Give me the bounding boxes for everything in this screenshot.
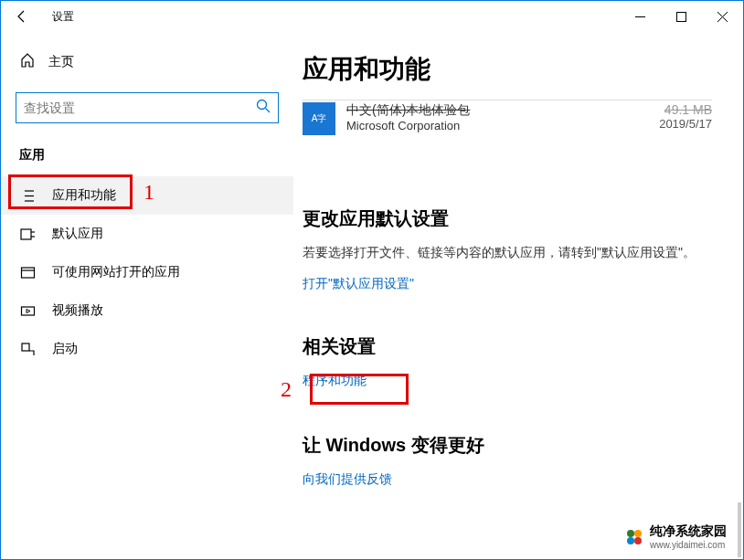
svg-rect-12 (21, 229, 31, 239)
sidebar-item-label: 默认应用 (52, 226, 103, 242)
window-title: 设置 (52, 9, 74, 25)
scrollbar[interactable] (738, 502, 741, 557)
sidebar-item-website-apps[interactable]: 可使用网站打开的应用 (1, 253, 293, 291)
home-label: 主页 (48, 54, 74, 70)
change-defaults-section: 更改应用默认设置 若要选择打开文件、链接等内容的默认应用，请转到"默认应用设置"… (303, 206, 712, 292)
list-icon (19, 188, 36, 204)
app-list-item[interactable]: A字 中文(简体)本地体验包 Microsoft Corporation 49.… (303, 100, 712, 135)
sidebar-item-label: 应用和功能 (52, 187, 116, 204)
sidebar: 主页 应用 应用和功能 默认应用 可使用网站打开的应用 (1, 32, 293, 559)
search-input[interactable] (24, 100, 256, 115)
search-box[interactable] (16, 92, 279, 123)
svg-point-21 (627, 537, 634, 544)
app-icon: A字 (303, 102, 335, 135)
brand-url: www.yidaimei.com (650, 540, 727, 550)
sidebar-item-default-apps[interactable]: 默认应用 (1, 215, 293, 253)
website-icon (19, 265, 36, 280)
svg-rect-1 (677, 12, 686, 21)
close-button[interactable] (702, 3, 743, 30)
feedback-section: 让 Windows 变得更好 向我们提供反馈 (303, 433, 712, 488)
section-heading: 相关设置 (303, 334, 712, 359)
back-button[interactable] (8, 3, 36, 30)
home-icon (19, 52, 36, 72)
titlebar: 设置 (1, 1, 743, 32)
svg-rect-18 (22, 343, 29, 351)
settings-window: 设置 主页 应用 应用和功能 (0, 0, 744, 560)
sidebar-item-video[interactable]: 视频播放 (1, 291, 293, 330)
app-name: 中文(简体)本地体验包 (346, 102, 648, 119)
brand-logo-icon (624, 527, 644, 547)
section-description: 若要选择打开文件、链接等内容的默认应用，请转到"默认应用设置"。 (303, 242, 712, 262)
search-icon (256, 99, 271, 117)
home-nav[interactable]: 主页 (1, 45, 293, 79)
sidebar-item-label: 启动 (52, 341, 78, 357)
sidebar-section-label: 应用 (1, 142, 293, 176)
main-content: 应用和功能 A字 中文(简体)本地体验包 Microsoft Corporati… (293, 32, 743, 559)
sidebar-item-startup[interactable]: 启动 (1, 330, 293, 368)
svg-rect-17 (21, 307, 34, 315)
svg-point-19 (627, 530, 634, 537)
section-heading: 更改应用默认设置 (303, 206, 712, 231)
open-default-apps-link[interactable]: 打开"默认应用设置" (303, 276, 414, 292)
startup-icon (19, 342, 36, 357)
svg-point-20 (634, 530, 642, 537)
watermark-brand: 纯净系统家园 www.yidaimei.com (621, 522, 730, 552)
sidebar-item-label: 可使用网站打开的应用 (52, 264, 180, 280)
svg-line-5 (266, 109, 271, 113)
svg-rect-15 (21, 268, 34, 278)
svg-point-4 (258, 100, 267, 110)
page-title: 应用和功能 (303, 52, 712, 87)
section-heading: 让 Windows 变得更好 (303, 433, 712, 458)
sidebar-item-label: 视频播放 (52, 302, 103, 319)
brand-name: 纯净系统家园 (650, 523, 727, 538)
svg-point-22 (634, 537, 642, 544)
app-publisher: Microsoft Corporation (346, 119, 648, 132)
sidebar-item-apps-features[interactable]: 应用和功能 (1, 176, 293, 215)
video-icon (19, 303, 36, 319)
minimize-button[interactable] (620, 3, 661, 30)
feedback-link[interactable]: 向我们提供反馈 (303, 471, 392, 488)
maximize-button[interactable] (661, 3, 702, 30)
related-settings-section: 相关设置 程序和功能 (303, 334, 712, 389)
app-date: 2019/5/17 (659, 117, 712, 131)
programs-features-link[interactable]: 程序和功能 (303, 373, 367, 389)
defaults-icon (19, 227, 36, 242)
app-size: 49.1 MB (659, 102, 712, 117)
